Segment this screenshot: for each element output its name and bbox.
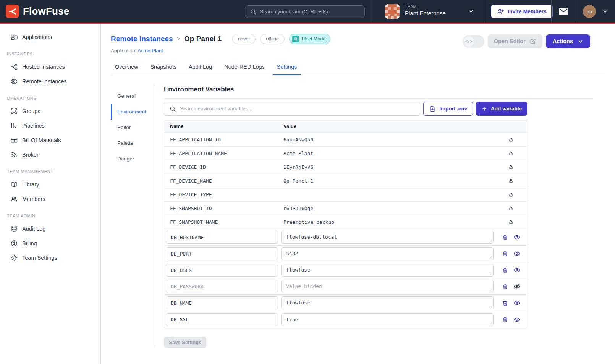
delete-variable-button[interactable] [502,316,508,323]
notifications-mail-icon[interactable] [558,7,568,16]
team-search-input[interactable] [260,9,360,15]
delete-variable-button[interactable] [502,234,508,241]
delete-variable-button[interactable] [502,251,508,257]
page-title: Op Panel 1 [184,35,222,43]
var-name-input[interactable] [166,264,278,277]
sidebar-item-billing[interactable]: Billing [0,236,100,251]
open-editor-button[interactable]: Open Editor [488,34,542,48]
var-name-input[interactable] [166,296,278,309]
delete-variable-button[interactable] [502,267,508,273]
table-row: FF_DEVICE_ID 1EyrRjEyV6 [164,160,527,174]
developer-mode-toggle[interactable]: </> [463,35,484,48]
var-value: Acme Plant [280,150,495,156]
billing-dollar-icon [10,239,18,247]
invite-members-button[interactable]: Invite Members [491,5,553,18]
var-name-input[interactable] [166,280,278,293]
pipelines-icon [10,122,18,129]
env-search[interactable] [164,102,420,116]
env-variables-table: Name Value FF_APPLICATION_ID 6npmANwQ50 … [164,120,527,328]
save-settings-button[interactable]: Save Settings [164,337,206,348]
sidebar-item-audit-log[interactable]: Audit Log [0,222,100,236]
var-value-input[interactable]: true [281,313,494,326]
application-link[interactable]: Acme Plant [138,48,163,53]
sidebar-item-applications[interactable]: Applications [0,30,100,44]
team-label: TEAM: [405,4,418,9]
breadcrumb-remote-instances-link[interactable]: Remote Instances [111,35,173,43]
subnav-palette[interactable]: Palette [111,135,155,151]
sidebar-section-team-admin: TEAM ADMIN [0,214,100,218]
sidebar-item-label: Library [22,181,39,188]
sidebar-item-label: Team Settings [22,255,57,261]
breadcrumb-separator: > [177,36,180,42]
invite-members-label: Invite Members [508,8,547,15]
sidebar-item-hosted-instances[interactable]: Hosted Instances [0,60,100,74]
table-row: FF_DEVICE_TYPE [164,188,527,202]
sidebar-item-remote-instances[interactable]: Remote Instances [0,74,100,89]
subnav-editor[interactable]: Editor [111,120,155,135]
user-menu[interactable]: aa [583,5,608,18]
show-value-eye-icon[interactable] [513,299,520,306]
sidebar-item-broker[interactable]: Broker [0,147,100,162]
search-icon [250,8,256,15]
delete-variable-button[interactable] [502,283,508,290]
column-value: Value [280,123,495,129]
sidebar-item-pipelines[interactable]: Pipelines [0,118,100,133]
sidebar-item-bill-of-materials[interactable]: Bill Of Materials [0,133,100,147]
var-value-input[interactable]: flowfuse [281,296,494,309]
var-name-input[interactable] [166,247,278,260]
lock-icon [508,164,514,170]
env-search-input[interactable] [180,106,415,112]
delete-variable-button[interactable] [502,300,508,306]
chevron-down-icon [602,8,608,15]
sidebar-item-team-settings[interactable]: Team Settings [0,251,100,265]
tab-audit-log[interactable]: Audit Log [184,60,216,75]
var-name-input[interactable] [166,313,278,326]
subnav-environment[interactable]: Environment [111,104,155,120]
add-variable-button[interactable]: Add variable [476,102,527,116]
broker-icon [10,151,18,159]
team-name: Plant Enterprise [405,10,446,16]
tab-overview[interactable]: Overview [111,60,142,75]
import-env-label: Import .env [439,106,467,112]
document-download-icon [429,105,436,112]
fleet-mode-badge: Fleet Mode [289,34,331,44]
show-value-eye-icon[interactable] [513,250,520,257]
sidebar-item-groups[interactable]: Groups [0,104,100,118]
var-value-input[interactable] [281,280,494,293]
last-seen-badge: never [232,34,256,44]
sidebar-item-members[interactable]: Members [0,192,100,206]
team-search[interactable] [245,5,365,18]
actions-button[interactable]: Actions [546,34,590,48]
lock-icon [508,192,514,197]
add-variable-label: Add variable [491,106,522,112]
var-value: 6npmANwQ50 [280,137,495,142]
applications-icon [10,33,18,41]
sidebar-item-library[interactable]: Library [0,177,100,192]
tab-snapshots[interactable]: Snapshots [146,60,181,75]
tab-node-red-logs[interactable]: Node-RED Logs [220,60,269,75]
subnav-danger[interactable]: Danger [111,151,155,167]
var-name-input[interactable] [166,231,278,244]
navbar-divider [576,0,576,23]
table-row: 5432 [164,246,527,262]
sidebar-item-label: Remote Instances [22,78,67,84]
var-value: 1EyrRjEyV6 [280,164,495,170]
show-value-eye-icon[interactable] [513,316,520,323]
team-selector[interactable]: TEAM: Plant Enterprise [377,0,484,23]
sidebar-item-label: Members [22,196,45,202]
var-value-input[interactable]: 5432 [281,247,494,260]
var-value-input[interactable]: flowfuse-db.local [281,231,494,244]
navbar-divider [551,0,552,23]
var-value: Op Panel 1 [280,178,495,184]
tab-settings[interactable]: Settings [273,60,301,75]
sidebar-section-operations: OPERATIONS [0,96,100,100]
var-value-input[interactable]: flowfuse [281,264,494,277]
status-badge: offline [260,34,284,44]
open-editor-label: Open Editor [494,38,526,44]
hide-value-eye-slash-icon[interactable] [513,283,520,290]
import-env-button[interactable]: Import .env [423,102,473,116]
show-value-eye-icon[interactable] [513,234,520,241]
table-row: flowfuse [164,295,527,311]
show-value-eye-icon[interactable] [513,267,520,273]
subnav-general[interactable]: General [111,88,155,104]
